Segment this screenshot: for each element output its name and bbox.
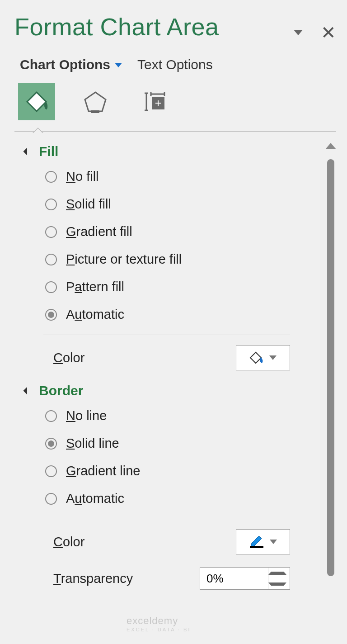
tab-label: Chart Options (20, 57, 110, 72)
icontab-effects[interactable] (77, 83, 114, 120)
radio-icon (45, 410, 57, 422)
transparency-label: Transparency (53, 571, 133, 586)
radio-icon (45, 226, 57, 238)
paint-bucket-icon (24, 90, 49, 114)
divider (43, 335, 290, 335)
radio-label: Solid line (66, 436, 119, 451)
radio-icon (45, 281, 57, 293)
spin-up-button[interactable] (268, 568, 286, 578)
caret-up-icon (268, 572, 286, 575)
radio-automatic-fill[interactable]: Automatic (45, 307, 315, 322)
section-border-header[interactable]: Border (24, 383, 315, 398)
radio-icon (45, 465, 57, 477)
radio-label: No fill (66, 169, 99, 184)
svg-rect-13 (250, 546, 263, 548)
radio-label: Picture or texture fill (66, 252, 182, 267)
scroll-up-icon[interactable] (325, 143, 336, 149)
radio-gradient-line[interactable]: Gradient line (45, 464, 315, 478)
radio-no-fill[interactable]: No fill (45, 169, 315, 184)
section-title: Border (39, 383, 83, 398)
scrollbar[interactable] (324, 143, 337, 644)
radio-label: Gradient line (66, 464, 140, 478)
section-title: Fill (39, 144, 58, 159)
radio-icon (45, 438, 57, 450)
fill-color-label: Color (53, 350, 84, 365)
scroll-track[interactable] (327, 159, 334, 644)
size-icon (142, 90, 166, 114)
tab-chart-options[interactable]: Chart Options (20, 57, 122, 72)
radio-label: Automatic (66, 491, 124, 506)
section-fill-header[interactable]: Fill (24, 144, 315, 159)
radio-solid-fill[interactable]: Solid fill (45, 197, 315, 212)
radio-label: No line (66, 408, 107, 423)
paint-bucket-icon (249, 350, 264, 365)
pane-title: Format Chart Area (14, 13, 219, 41)
close-icon[interactable]: ✕ (321, 24, 336, 42)
pentagon-icon (83, 90, 108, 114)
transparency-field[interactable] (200, 568, 268, 589)
radio-icon (45, 199, 57, 210)
border-color-button[interactable] (236, 529, 290, 554)
divider (14, 131, 336, 132)
options-dropdown-icon[interactable] (294, 30, 303, 35)
svg-marker-12 (250, 352, 261, 363)
transparency-input[interactable] (200, 567, 290, 590)
icontab-size-properties[interactable] (136, 83, 173, 120)
radio-icon (45, 254, 57, 265)
radio-icon (45, 493, 57, 505)
chevron-down-icon (270, 540, 277, 544)
radio-label: Pattern fill (66, 279, 124, 294)
radio-picture-fill[interactable]: Picture or texture fill (45, 252, 315, 267)
chevron-down-icon (269, 355, 277, 360)
radio-gradient-fill[interactable]: Gradient fill (45, 224, 315, 239)
radio-no-line[interactable]: No line (45, 408, 315, 423)
radio-icon (45, 309, 57, 321)
radio-solid-line[interactable]: Solid line (45, 436, 315, 451)
radio-automatic-line[interactable]: Automatic (45, 491, 315, 506)
radio-label: Gradient fill (66, 224, 132, 239)
radio-label: Automatic (66, 307, 124, 322)
icontab-fill-line[interactable] (18, 83, 55, 120)
radio-icon (45, 171, 57, 183)
spin-down-button[interactable] (268, 578, 286, 589)
scroll-thumb[interactable] (327, 159, 334, 576)
tab-text-options[interactable]: Text Options (137, 57, 213, 72)
svg-marker-0 (27, 92, 46, 111)
pen-color-icon (249, 535, 264, 549)
caret-down-icon (268, 582, 286, 586)
radio-pattern-fill[interactable]: Pattern fill (45, 279, 315, 294)
chevron-down-icon (115, 63, 122, 67)
radio-label: Solid fill (66, 197, 111, 212)
border-color-label: Color (53, 535, 84, 549)
collapse-icon (23, 148, 31, 156)
collapse-icon (23, 387, 31, 395)
svg-rect-2 (91, 110, 99, 113)
svg-marker-1 (85, 92, 106, 111)
fill-color-button[interactable] (236, 345, 290, 370)
divider (43, 519, 290, 519)
